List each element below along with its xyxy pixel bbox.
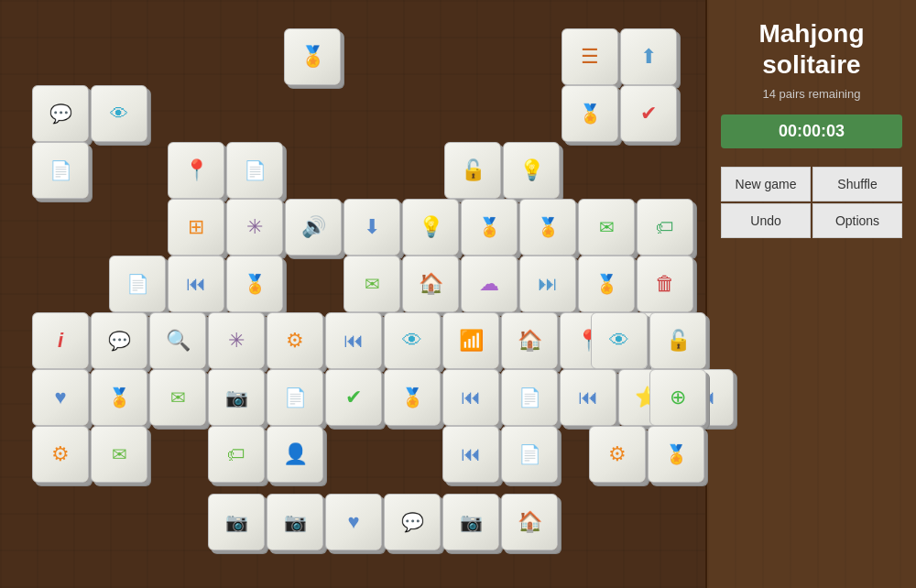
tile[interactable]: ✉	[344, 256, 400, 312]
tile[interactable]: 📷	[208, 369, 265, 426]
tile[interactable]: ⚙	[32, 426, 89, 483]
tile[interactable]: ⚙	[267, 312, 323, 369]
game-title: Mahjong solitaire	[721, 18, 902, 80]
tile[interactable]: 🏅	[384, 369, 441, 426]
tile[interactable]: 🏅	[461, 199, 518, 256]
tile[interactable]: 👁	[591, 312, 648, 369]
sidebar: Mahjong solitaire 14 pairs remaining 00:…	[705, 0, 916, 588]
tile[interactable]: 🏠	[501, 312, 558, 369]
game-area: 🏅 ☰ ⬆ 💬 👁 🏅 ✔ 📄 📍	[0, 0, 705, 588]
tile[interactable]: 🏅	[284, 28, 341, 85]
tile[interactable]: 🏷	[208, 426, 265, 483]
tile[interactable]: ✉	[149, 369, 206, 426]
tile[interactable]: ✉	[91, 426, 147, 483]
tile[interactable]: 💬	[384, 494, 441, 550]
timer: 00:00:03	[721, 114, 902, 148]
tile[interactable]: 🏅	[648, 426, 704, 483]
tile[interactable]: 📶	[442, 312, 499, 369]
tile[interactable]: ♥	[32, 369, 89, 426]
tile[interactable]: 🏅	[562, 85, 618, 142]
tile[interactable]: 🔓	[444, 142, 501, 199]
tile[interactable]: ⬆	[620, 28, 677, 85]
tile[interactable]: ✔	[620, 85, 677, 142]
tile[interactable]: 🏠	[501, 494, 558, 550]
tile[interactable]: 📄	[501, 426, 558, 483]
tile[interactable]: ✔	[325, 369, 382, 426]
tile[interactable]: 💡	[402, 199, 459, 256]
button-grid: New game Shuffle Undo Options	[721, 167, 902, 238]
tile[interactable]: ⚙	[589, 426, 646, 483]
tile[interactable]: ⏮	[168, 256, 224, 312]
tile[interactable]: 👤	[267, 426, 323, 483]
tile[interactable]: ⏮	[560, 369, 616, 426]
tile[interactable]: 🗑	[637, 256, 693, 312]
tile-board: 🏅 ☰ ⬆ 💬 👁 🏅 ✔ 📄 📍	[23, 19, 682, 569]
tile[interactable]: 🏠	[402, 256, 459, 312]
tile[interactable]: 🏅	[578, 256, 635, 312]
tile[interactable]: 📄	[267, 369, 323, 426]
tile[interactable]: ⏮	[325, 312, 382, 369]
tile[interactable]: ⬇	[344, 199, 400, 256]
tile[interactable]: ⏭	[519, 256, 576, 312]
tile[interactable]: ✳	[226, 199, 283, 256]
tile[interactable]: 📄	[226, 142, 283, 199]
pairs-remaining: 14 pairs remaining	[763, 87, 861, 101]
tile[interactable]: ⏮	[442, 369, 499, 426]
tile[interactable]: 📷	[208, 494, 265, 550]
tile[interactable]: 💬	[32, 85, 89, 142]
tile[interactable]: 📍	[168, 142, 224, 199]
shuffle-button[interactable]: Shuffle	[812, 167, 902, 201]
tile[interactable]: 📄	[109, 256, 166, 312]
tile[interactable]: ✳	[208, 312, 265, 369]
tile[interactable]: 🏅	[91, 369, 147, 426]
tile[interactable]: 🏅	[519, 199, 576, 256]
tile[interactable]: 📄	[32, 142, 89, 199]
tile[interactable]: 📷	[442, 494, 499, 550]
tile[interactable]: 🏅	[226, 256, 283, 312]
tile[interactable]: ☁	[461, 256, 518, 312]
tile[interactable]: ⊞	[168, 199, 224, 256]
tile[interactable]: 📄	[501, 369, 558, 426]
tile[interactable]: i	[32, 312, 89, 369]
tile[interactable]: 📷	[267, 494, 323, 550]
options-button[interactable]: Options	[812, 203, 902, 238]
tile[interactable]: ⊕	[649, 369, 706, 426]
tile[interactable]: ☰	[562, 28, 618, 85]
tile[interactable]: 🔊	[285, 199, 342, 256]
tile[interactable]: 🏷	[637, 199, 693, 256]
undo-button[interactable]: Undo	[721, 203, 811, 238]
new-game-button[interactable]: New game	[721, 167, 811, 201]
tile[interactable]: 👁	[384, 312, 441, 369]
tile[interactable]: 💡	[503, 142, 560, 199]
tile[interactable]: ♥	[325, 494, 382, 550]
tile[interactable]: 🔍	[149, 312, 206, 369]
tile[interactable]: 💬	[91, 312, 147, 369]
tile[interactable]: ✉	[578, 199, 635, 256]
tile[interactable]: ⏮	[442, 426, 499, 483]
tile[interactable]: 🔓	[649, 312, 706, 369]
tile[interactable]: 👁	[91, 85, 147, 142]
